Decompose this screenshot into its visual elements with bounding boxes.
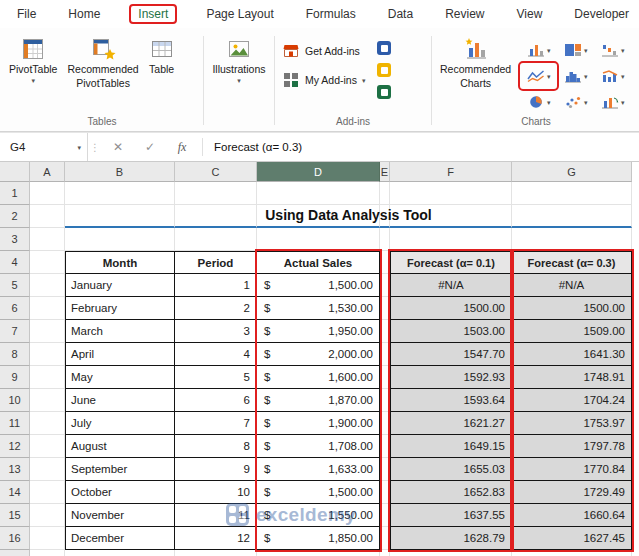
cell-E3[interactable] — [380, 228, 390, 251]
cell-E10[interactable] — [380, 389, 390, 412]
cell-G3[interactable] — [512, 228, 632, 251]
column-header-C[interactable]: C — [175, 162, 257, 182]
cell-C10[interactable]: 6 — [175, 389, 257, 412]
cell-B2[interactable]: Using Data Analysis Tool — [65, 205, 175, 228]
get-add-ins-button[interactable]: Get Add-ins — [282, 42, 365, 60]
cell-A2[interactable] — [30, 205, 65, 228]
cell-G15[interactable]: 1660.64 — [512, 504, 632, 527]
cell-D1[interactable] — [257, 182, 380, 205]
insert-pivotchart-button[interactable]: ▾ — [594, 89, 631, 115]
cell-B16[interactable]: December — [65, 527, 175, 550]
cell-F11[interactable]: 1621.27 — [390, 412, 512, 435]
cell-A12[interactable] — [30, 435, 65, 458]
row-header-8[interactable]: 8 — [0, 343, 30, 366]
recommended-pivottables-button[interactable]: Recommended PivotTables — [62, 33, 143, 92]
name-box[interactable]: G4 ▾ — [0, 133, 88, 161]
cell-E12[interactable] — [380, 435, 390, 458]
cancel-button[interactable]: ✕ — [102, 140, 134, 154]
name-box-dropdown-icon[interactable]: ▾ — [77, 144, 81, 151]
cell-G17[interactable] — [512, 550, 632, 556]
cell-C15[interactable]: 11 — [175, 504, 257, 527]
row-header-15[interactable]: 15 — [0, 504, 30, 527]
tab-home[interactable]: Home — [65, 5, 103, 23]
cell-A1[interactable] — [30, 182, 65, 205]
cell-E8[interactable] — [380, 343, 390, 366]
row-header-2[interactable]: 2 — [0, 205, 30, 228]
insert-column-chart-button[interactable]: ▾ — [520, 37, 557, 63]
cell-B1[interactable] — [65, 182, 175, 205]
cell-E5[interactable] — [380, 274, 390, 297]
cell-F1[interactable] — [390, 182, 512, 205]
cell-E7[interactable] — [380, 320, 390, 343]
cell-G1[interactable] — [512, 182, 632, 205]
cell-F13[interactable]: 1655.03 — [390, 458, 512, 481]
cell-E6[interactable] — [380, 297, 390, 320]
cell-F12[interactable]: 1649.15 — [390, 435, 512, 458]
cell-B3[interactable] — [65, 228, 175, 251]
cell-F15[interactable]: 1637.55 — [390, 504, 512, 527]
row-header-16[interactable]: 16 — [0, 527, 30, 550]
cell-B11[interactable]: July — [65, 412, 175, 435]
cell-D10[interactable]: $1,870.00 — [257, 389, 380, 412]
cell-C4[interactable]: Period — [175, 251, 257, 274]
illustrations-button[interactable]: Illustrations ▾ — [207, 33, 270, 87]
cell-B17[interactable] — [65, 550, 175, 556]
cell-C5[interactable]: 1 — [175, 274, 257, 297]
cell-A14[interactable] — [30, 481, 65, 504]
cell-C7[interactable]: 3 — [175, 320, 257, 343]
cell-E1[interactable] — [380, 182, 390, 205]
cell-B4[interactable]: Month — [65, 251, 175, 274]
row-header-9[interactable]: 9 — [0, 366, 30, 389]
cell-D13[interactable]: $1,633.00 — [257, 458, 380, 481]
row-header-11[interactable]: 11 — [0, 412, 30, 435]
cell-C12[interactable]: 8 — [175, 435, 257, 458]
cell-F3[interactable] — [390, 228, 512, 251]
row-header-4[interactable]: 4 — [0, 251, 30, 274]
cell-F9[interactable]: 1592.93 — [390, 366, 512, 389]
cell-E15[interactable] — [380, 504, 390, 527]
cell-A9[interactable] — [30, 366, 65, 389]
column-header-E[interactable]: E — [380, 162, 390, 182]
cell-A11[interactable] — [30, 412, 65, 435]
recommended-charts-button[interactable]: Recommended Charts — [435, 33, 516, 92]
add-in-shortcut-3-icon[interactable] — [377, 85, 391, 99]
cell-G14[interactable]: 1729.49 — [512, 481, 632, 504]
cell-D14[interactable]: $1,500.00 — [257, 481, 380, 504]
insert-scatter-chart-button[interactable]: ▾ — [557, 89, 594, 115]
cell-C3[interactable] — [175, 228, 257, 251]
cell-B15[interactable]: November — [65, 504, 175, 527]
cell-G10[interactable]: 1704.24 — [512, 389, 632, 412]
cell-B8[interactable]: April — [65, 343, 175, 366]
row-header-14[interactable]: 14 — [0, 481, 30, 504]
cell-G8[interactable]: 1641.30 — [512, 343, 632, 366]
cell-D7[interactable]: $1,950.00 — [257, 320, 380, 343]
insert-function-button[interactable]: fx — [166, 140, 198, 155]
cell-E14[interactable] — [380, 481, 390, 504]
add-in-shortcut-2-icon[interactable] — [377, 63, 391, 77]
cell-B7[interactable]: March — [65, 320, 175, 343]
cell-A6[interactable] — [30, 297, 65, 320]
cell-G9[interactable]: 1748.91 — [512, 366, 632, 389]
cell-C8[interactable]: 4 — [175, 343, 257, 366]
cell-D3[interactable] — [257, 228, 380, 251]
table-button[interactable]: Table — [144, 33, 180, 79]
cell-A13[interactable] — [30, 458, 65, 481]
pivottable-button[interactable]: PivotTable ▾ — [4, 33, 62, 87]
cell-C17[interactable] — [175, 550, 257, 556]
cell-D4[interactable]: Actual Sales — [257, 251, 380, 274]
cell-B12[interactable]: August — [65, 435, 175, 458]
tab-insert[interactable]: Insert — [129, 4, 177, 24]
row-header-1[interactable]: 1 — [0, 182, 30, 205]
row-header-6[interactable]: 6 — [0, 297, 30, 320]
cell-D5[interactable]: $1,500.00 — [257, 274, 380, 297]
cell-E4[interactable] — [380, 251, 390, 274]
tab-file[interactable]: File — [14, 5, 39, 23]
cell-C16[interactable]: 12 — [175, 527, 257, 550]
cell-F16[interactable]: 1628.79 — [390, 527, 512, 550]
my-add-ins-button[interactable]: My Add-ins ▾ — [282, 71, 365, 89]
insert-line-chart-button[interactable]: ▾ — [520, 63, 557, 89]
insert-hierarchy-chart-button[interactable]: ▾ — [557, 37, 594, 63]
cell-A5[interactable] — [30, 274, 65, 297]
cell-E13[interactable] — [380, 458, 390, 481]
cell-A3[interactable] — [30, 228, 65, 251]
